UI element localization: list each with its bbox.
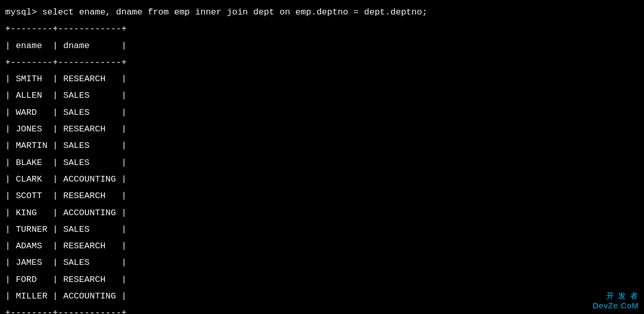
table-body: | SMITH | RESEARCH || ALLEN | SALES || W… bbox=[5, 71, 639, 305]
table-row: | WARD | SALES | bbox=[5, 104, 639, 121]
table-row: | SCOTT | RESEARCH | bbox=[5, 188, 639, 204]
table-row: | ADAMS | RESEARCH | bbox=[5, 238, 639, 255]
header-row: | ename | dname | bbox=[5, 38, 639, 54]
prompt: mysql> bbox=[5, 7, 37, 17]
terminal-window: mysql> select ename, dname from emp inne… bbox=[0, 0, 644, 314]
table-row: | JONES | RESEARCH | bbox=[5, 121, 639, 138]
query-text: select ename, dname from emp inner join … bbox=[37, 7, 427, 17]
table-row: | SMITH | RESEARCH | bbox=[5, 71, 639, 87]
table-row: | CLARK | ACCOUNTING | bbox=[5, 171, 639, 188]
table-row: | BLAKE | SALES | bbox=[5, 155, 639, 171]
table-row: | KING | ACCOUNTING | bbox=[5, 205, 639, 221]
watermark-top: 开 发 者 bbox=[593, 291, 639, 301]
table-row: | JAMES | SALES | bbox=[5, 255, 639, 271]
table-row: | MARTIN | SALES | bbox=[5, 138, 639, 154]
separator-mid: +--------+------------+ bbox=[5, 54, 639, 71]
table-row: | ALLEN | SALES | bbox=[5, 87, 639, 104]
watermark-bottom: DevZe.CoM bbox=[593, 301, 639, 310]
table-row: | FORD | RESEARCH | bbox=[5, 272, 639, 288]
separator-top: +--------+------------+ bbox=[5, 21, 639, 37]
table-row: | TURNER | SALES | bbox=[5, 221, 639, 238]
watermark: 开 发 者 DevZe.CoM bbox=[593, 291, 639, 310]
separator-bottom: +--------+------------+ bbox=[5, 305, 639, 314]
table-row: | MILLER | ACCOUNTING | bbox=[5, 288, 639, 305]
query-line: mysql> select ename, dname from emp inne… bbox=[5, 4, 639, 21]
